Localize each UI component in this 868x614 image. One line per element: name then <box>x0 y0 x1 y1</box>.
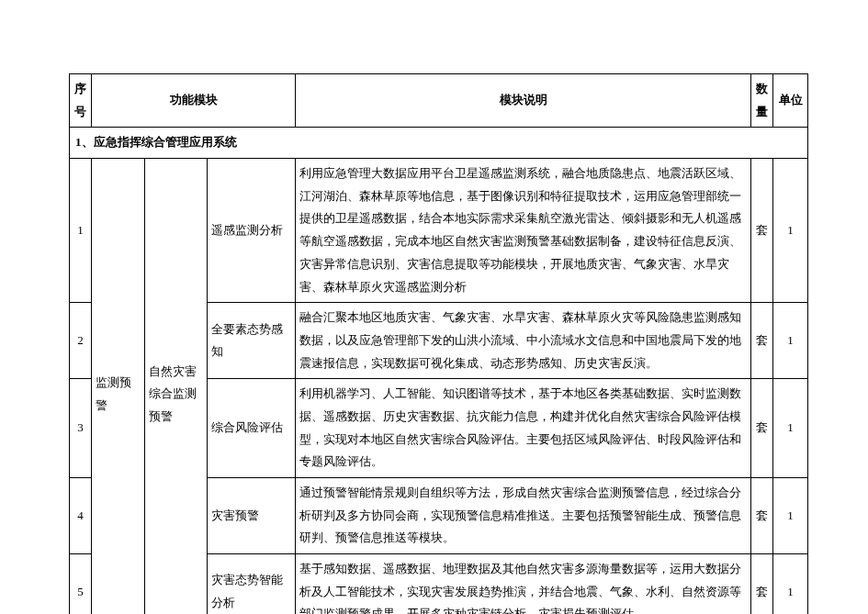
cell-unit: 1 <box>773 379 808 478</box>
table-row: 1 监测预警 自然灾害综合监测预警 遥感监测分析 利用应急管理大数据应用平台卫星… <box>70 159 808 303</box>
section-title: 1、应急指挥综合管理应用系统 <box>70 128 808 159</box>
cell-qty: 套 <box>751 303 773 379</box>
cell-unit: 1 <box>773 478 808 554</box>
cell-seq: 1 <box>70 159 92 303</box>
cell-module-l1: 监测预警 <box>92 159 145 614</box>
header-qty: 数量 <box>751 74 773 128</box>
cell-desc: 融合汇聚本地区地质灾害、气象灾害、水旱灾害、森林草原火灾等风险隐患监测感知数据，… <box>296 303 751 379</box>
cell-seq: 3 <box>70 379 92 478</box>
spec-table: 序号 功能模块 模块说明 数量 单位 1、应急指挥综合管理应用系统 1 监测预警… <box>69 73 808 614</box>
cell-module-l3: 全要素态势感知 <box>208 303 296 379</box>
cell-desc: 利用机器学习、人工智能、知识图谱等技术，基于本地区各类基础数据、实时监测数据、遥… <box>296 379 751 478</box>
cell-desc: 利用应急管理大数据应用平台卫星遥感监测系统，融合地质隐患点、地震活跃区域、江河湖… <box>296 159 751 303</box>
header-module: 功能模块 <box>92 74 296 128</box>
cell-module-l3: 灾害预警 <box>208 478 296 554</box>
cell-module-l3: 遥感监测分析 <box>208 159 296 303</box>
cell-seq: 5 <box>70 554 92 614</box>
cell-unit: 1 <box>773 554 808 614</box>
cell-desc: 基于感知数据、遥感数据、地理数据及其他自然灾害多源海量数据等，运用大数据分析及人… <box>296 554 751 614</box>
cell-seq: 4 <box>70 478 92 554</box>
cell-module-l3: 综合风险评估 <box>208 379 296 478</box>
cell-seq: 2 <box>70 303 92 379</box>
section-row: 1、应急指挥综合管理应用系统 <box>70 128 808 159</box>
header-seq: 序号 <box>70 74 92 128</box>
cell-qty: 套 <box>751 379 773 478</box>
cell-module-l2: 自然灾害综合监测预警 <box>145 159 208 614</box>
header-unit: 单位 <box>773 74 808 128</box>
header-desc: 模块说明 <box>296 74 751 128</box>
cell-desc: 通过预警智能情景规则自组织等方法，形成自然灾害综合监测预警信息，经过综合分析研判… <box>296 478 751 554</box>
cell-qty: 套 <box>751 478 773 554</box>
cell-qty: 套 <box>751 159 773 303</box>
cell-unit: 1 <box>773 303 808 379</box>
cell-unit: 1 <box>773 159 808 303</box>
cell-qty: 套 <box>751 554 773 614</box>
cell-module-l3: 灾害态势智能分析 <box>208 554 296 614</box>
table-header-row: 序号 功能模块 模块说明 数量 单位 <box>70 74 808 128</box>
